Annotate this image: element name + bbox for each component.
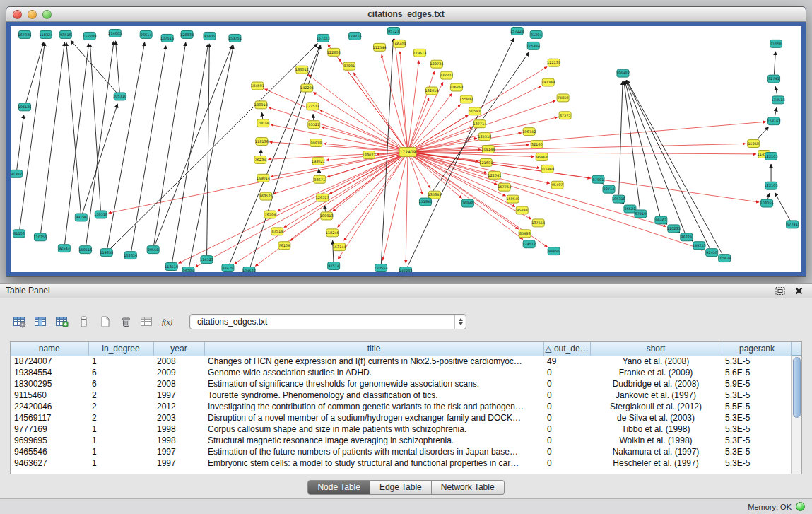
network-node[interactable]: 76104	[278, 242, 290, 250]
table-row[interactable]: 946554611997Estimation of the future num…	[11, 446, 792, 457]
network-node[interactable]: 67919	[635, 210, 647, 218]
network-node[interactable]: 197349	[541, 78, 555, 86]
network-node[interactable]: 134518	[772, 96, 785, 104]
network-node[interactable]: 153751	[228, 34, 242, 42]
network-node[interactable]: 153144	[333, 243, 346, 251]
table-row[interactable]: 2242004622012Investigating the contribut…	[11, 401, 792, 412]
network-node[interactable]: 205310	[113, 93, 126, 100]
network-node[interactable]: 97981	[343, 62, 355, 70]
network-node[interactable]: 137554	[531, 219, 545, 227]
table-columns-icon[interactable]	[31, 313, 50, 332]
panel-splitter[interactable]	[0, 277, 812, 283]
network-node[interactable]: 150516	[78, 246, 92, 254]
network-node[interactable]: 190914	[254, 101, 268, 109]
network-node[interactable]: 105318	[612, 195, 625, 203]
network-node[interactable]: 152209	[83, 32, 96, 40]
tab-network-table[interactable]: Network Table	[432, 480, 505, 495]
network-node[interactable]: 91382	[11, 170, 22, 177]
network-node[interactable]: 96521	[624, 205, 636, 213]
network-node[interactable]: 15958	[748, 140, 760, 148]
network-node[interactable]: 99196	[75, 214, 87, 221]
network-node[interactable]: 157223	[317, 34, 330, 42]
network-node[interactable]: 110355	[33, 233, 47, 241]
network-node[interactable]: 132201	[440, 71, 453, 79]
column-header-title[interactable]: title	[204, 342, 543, 356]
column-header-name[interactable]: name	[11, 342, 88, 356]
network-node[interactable]: 112544	[373, 43, 387, 51]
network-node[interactable]: 86224	[681, 233, 693, 241]
network-node[interactable]: 90558	[147, 246, 159, 254]
column-header-year[interactable]: year	[153, 342, 204, 356]
network-node[interactable]: 93516	[59, 30, 71, 38]
network-node[interactable]: 184591	[251, 82, 264, 90]
network-node[interactable]: 16848	[461, 199, 473, 207]
table-disabled-icon[interactable]	[137, 313, 156, 332]
network-node[interactable]: 122103	[765, 182, 778, 189]
network-node[interactable]: 85493	[519, 230, 531, 238]
network-node[interactable]: 102654	[124, 252, 137, 259]
network-node[interactable]: 135345	[428, 191, 441, 199]
network-node[interactable]: 67741	[787, 221, 799, 228]
network-node[interactable]: 122041	[488, 171, 501, 179]
minimize-window-button[interactable]	[28, 10, 37, 19]
network-node[interactable]: 119613	[413, 49, 426, 57]
column-header-out_de[interactable]: △ out_de…	[543, 342, 590, 356]
network-node[interactable]: 172409	[399, 148, 416, 157]
scrollbar-thumb[interactable]	[793, 357, 801, 418]
network-node[interactable]: 96614	[140, 30, 152, 38]
network-node[interactable]: 126517	[316, 194, 329, 201]
network-node[interactable]: 151845	[418, 198, 432, 206]
close-panel-icon[interactable]	[794, 286, 804, 296]
close-window-button[interactable]	[13, 10, 22, 19]
network-node[interactable]: 98462	[655, 216, 667, 224]
function-icon[interactable]: f(x)	[158, 313, 177, 332]
network-node[interactable]: 157754	[498, 183, 511, 191]
float-panel-icon[interactable]	[775, 286, 786, 296]
network-node[interactable]: 93671	[314, 175, 326, 183]
network-node[interactable]: 125518	[478, 133, 491, 141]
network-node[interactable]: 104532	[242, 267, 256, 272]
network-node[interactable]: 76234	[254, 156, 266, 163]
table-row[interactable]: 1872400712008Changes of HCN gene express…	[11, 356, 792, 367]
network-node[interactable]: 92714	[603, 185, 615, 193]
network-node[interactable]: 87514	[271, 228, 283, 235]
network-node[interactable]: 122105	[765, 152, 778, 160]
network-node[interactable]: 186012	[295, 66, 309, 74]
table-scrollbar[interactable]	[791, 356, 801, 474]
network-node[interactable]: 90593	[469, 107, 481, 115]
network-node[interactable]: 119859	[100, 249, 113, 257]
network-node[interactable]: 104125	[18, 103, 31, 111]
network-node[interactable]: 92741	[768, 75, 780, 83]
table-row[interactable]: 1938455462009Genome-wide association stu…	[11, 367, 792, 378]
network-node[interactable]: 90918	[310, 139, 322, 147]
network-node[interactable]: 128834	[180, 30, 194, 38]
memory-status-indicator[interactable]	[796, 502, 805, 511]
network-node[interactable]: 132014	[425, 87, 438, 95]
network-node[interactable]: 87429	[222, 264, 234, 272]
table-row[interactable]: 911546021997Tourette syndrome. Phenomeno…	[11, 390, 792, 401]
network-node[interactable]: 91405	[204, 32, 216, 40]
network-node[interactable]: 122139	[547, 59, 560, 66]
network-node[interactable]: 196487	[616, 69, 630, 77]
network-node[interactable]: 118245	[326, 229, 339, 237]
network-node[interactable]: 120554	[375, 264, 388, 272]
network-node[interactable]: 114523	[200, 256, 213, 264]
network-node[interactable]: 32160	[531, 141, 543, 148]
column-bar-icon[interactable]	[73, 313, 93, 332]
network-node[interactable]: 93450	[548, 247, 560, 255]
network-node[interactable]: 118136	[255, 138, 269, 146]
window-titlebar[interactable]: citations_edges.txt	[6, 7, 806, 22]
network-node[interactable]: 183022	[363, 151, 376, 158]
network-node[interactable]: 142204	[300, 84, 314, 92]
network-node[interactable]: 214005	[108, 29, 122, 37]
network-node[interactable]: 113519	[165, 263, 178, 271]
network-node[interactable]: 137714	[473, 120, 486, 128]
network-node[interactable]: 121601	[479, 158, 493, 166]
table-selector-dropdown[interactable]: citations_edges.txt	[189, 314, 466, 329]
column-header-in_degree[interactable]: in_degree	[88, 342, 153, 356]
zoom-window-button[interactable]	[42, 10, 52, 19]
network-node[interactable]: 81106	[13, 230, 25, 238]
tab-edge-table[interactable]: Edge Table	[370, 480, 432, 495]
network-node[interactable]: 105624	[718, 255, 731, 262]
network-node[interactable]: 157228	[510, 27, 524, 35]
